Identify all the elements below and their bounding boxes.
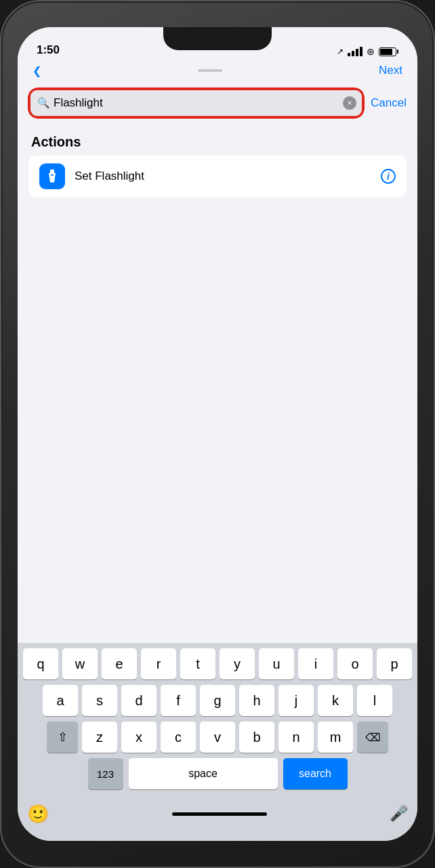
cancel-button[interactable]: Cancel (371, 96, 407, 110)
search-input-text[interactable]: Flashlight (54, 96, 337, 110)
keyboard-row-2: a s d f g h j k l (20, 685, 415, 716)
key-n[interactable]: n (278, 722, 314, 753)
phone-screen: 1:50 ↗ ⊛ ❮ (18, 27, 417, 841)
info-icon: i (387, 171, 390, 182)
wifi-icon: ⊛ (367, 46, 375, 57)
battery-tip (397, 50, 398, 54)
signal-bar-4 (360, 47, 362, 56)
section-header-actions: Actions (18, 123, 417, 155)
key-b[interactable]: b (239, 722, 274, 753)
flashlight-icon (45, 169, 60, 184)
location-icon: ↗ (337, 47, 344, 56)
search-area: 🔍 Flashlight × Cancel (18, 83, 417, 123)
key-o[interactable]: o (337, 648, 373, 679)
item-label: Set Flashlight (75, 170, 371, 183)
search-bar-container: 🔍 Flashlight × (28, 88, 364, 118)
status-icons: ↗ ⊛ (337, 46, 398, 57)
shift-key[interactable]: ⇧ (47, 722, 78, 753)
phone-frame: 1:50 ↗ ⊛ ❮ (0, 0, 435, 868)
clear-icon: × (348, 98, 352, 108)
search-bar[interactable]: 🔍 Flashlight × (28, 88, 364, 118)
actions-list: Set Flashlight i (28, 155, 407, 197)
key-m[interactable]: m (318, 722, 353, 753)
next-button[interactable]: Next (379, 64, 402, 77)
notch (163, 27, 272, 50)
bottom-bar-area: 🙂 🎤 (18, 797, 417, 841)
key-j[interactable]: j (278, 685, 314, 716)
info-button[interactable]: i (381, 169, 396, 184)
key-d[interactable]: d (121, 685, 157, 716)
keyboard: q w e r t y u i o p a s d f g h j k (18, 643, 417, 797)
space-key[interactable]: space (129, 758, 278, 789)
key-f[interactable]: f (161, 685, 196, 716)
search-key[interactable]: search (283, 758, 348, 789)
backspace-key[interactable]: ⌫ (357, 722, 388, 753)
drag-indicator (198, 69, 222, 72)
back-button[interactable]: ❮ (33, 64, 41, 77)
key-z[interactable]: z (82, 722, 117, 753)
keyboard-row-3: ⇧ z x c v b n m ⌫ (20, 722, 415, 753)
key-i[interactable]: i (298, 648, 333, 679)
key-g[interactable]: g (200, 685, 235, 716)
key-u[interactable]: u (259, 648, 294, 679)
signal-bars (348, 47, 362, 56)
flashlight-icon-bg (39, 163, 65, 189)
keyboard-bottom: 🙂 🎤 (18, 797, 417, 833)
key-w[interactable]: w (62, 648, 98, 679)
home-bar (172, 812, 267, 816)
key-p[interactable]: p (377, 648, 412, 679)
key-c[interactable]: c (161, 722, 196, 753)
signal-bar-1 (348, 53, 350, 56)
svg-rect-2 (51, 174, 54, 176)
key-r[interactable]: r (141, 648, 176, 679)
svg-rect-0 (50, 170, 54, 173)
content-area: Actions Set Flashlight i (18, 123, 417, 643)
key-l[interactable]: l (357, 685, 392, 716)
top-nav: ❮ Next (18, 61, 417, 83)
key-k[interactable]: k (318, 685, 353, 716)
status-time: 1:50 (37, 43, 60, 57)
key-x[interactable]: x (121, 722, 157, 753)
search-icon: 🔍 (37, 97, 50, 109)
key-e[interactable]: e (102, 648, 137, 679)
key-q[interactable]: q (23, 648, 58, 679)
key-h[interactable]: h (239, 685, 274, 716)
battery-fill (380, 49, 392, 55)
emoji-key[interactable]: 🙂 (27, 804, 49, 825)
microphone-key[interactable]: 🎤 (390, 805, 408, 823)
keyboard-row-4: 123 space search (20, 758, 415, 789)
keyboard-row-1: q w e r t y u i o p (20, 648, 415, 679)
battery-indicator (379, 47, 398, 56)
numbers-key[interactable]: 123 (88, 758, 123, 789)
battery-body (379, 47, 396, 56)
signal-bar-2 (352, 51, 354, 56)
key-a[interactable]: a (43, 685, 78, 716)
key-y[interactable]: y (220, 648, 255, 679)
search-clear-button[interactable]: × (343, 96, 356, 110)
key-s[interactable]: s (82, 685, 117, 716)
key-v[interactable]: v (200, 722, 235, 753)
signal-bar-3 (356, 49, 358, 56)
list-item[interactable]: Set Flashlight i (28, 155, 407, 197)
key-t[interactable]: t (180, 648, 215, 679)
